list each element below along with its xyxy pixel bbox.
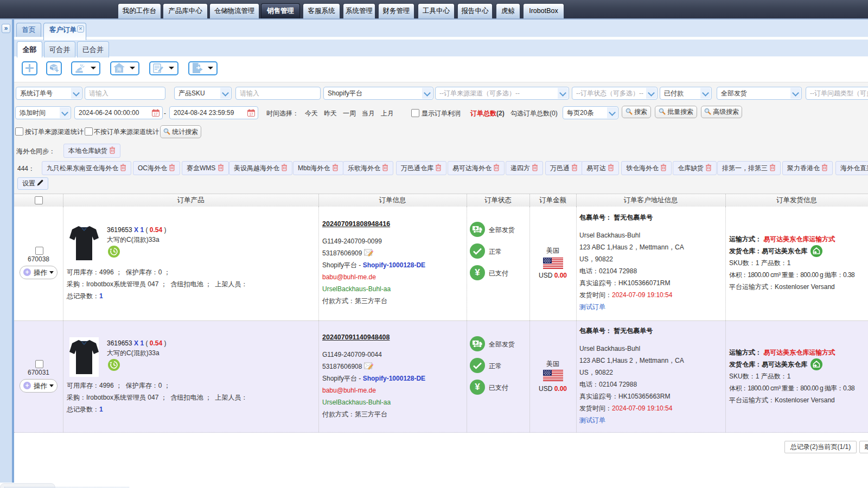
svg-text:17: 17 <box>249 112 253 116</box>
svg-text:17: 17 <box>154 112 158 116</box>
svg-text:海: 海 <box>117 67 122 72</box>
